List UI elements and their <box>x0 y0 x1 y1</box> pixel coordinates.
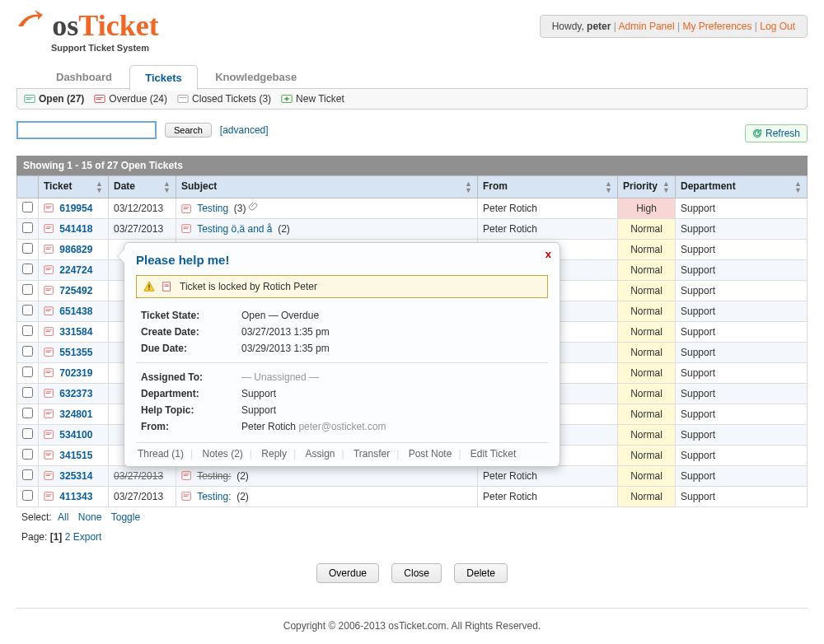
ticket-department: Support <box>676 260 808 281</box>
search-input[interactable] <box>16 121 157 139</box>
ticket-from: Peter Rotich <box>478 219 618 240</box>
row-checkbox[interactable] <box>22 243 33 254</box>
col-ticket[interactable]: Ticket▲▼ <box>39 176 109 198</box>
col-subject[interactable]: Subject▲▼ <box>176 176 478 198</box>
user-bar: Howdy, peter | Admin Panel | My Preferen… <box>540 15 808 38</box>
ticket-priority: High <box>618 198 676 219</box>
select-toggle-link[interactable]: Toggle <box>111 511 140 523</box>
row-checkbox[interactable] <box>22 305 33 315</box>
ticket-id-link[interactable]: 986829 <box>59 244 92 255</box>
svg-rect-23 <box>46 250 50 250</box>
select-all-link[interactable]: All <box>58 511 68 523</box>
tab-dashboard[interactable]: Dashboard <box>41 65 127 89</box>
ticket-row-icon <box>44 470 55 482</box>
ticket-id-link[interactable]: 325314 <box>59 470 92 482</box>
ticket-id-link[interactable]: 341515 <box>59 450 92 461</box>
row-checkbox[interactable] <box>22 428 33 439</box>
my-preferences-link[interactable]: My Preferences <box>682 21 751 32</box>
popup-notes-link[interactable]: Notes (2) <box>203 448 243 460</box>
ticket-id-link[interactable]: 619954 <box>59 203 92 214</box>
row-checkbox[interactable] <box>22 408 33 418</box>
popup-dept-value: Support <box>238 386 546 401</box>
popup-due-value: 03/29/2013 1:35 pm <box>238 341 546 356</box>
export-link[interactable]: Export <box>73 531 102 543</box>
svg-rect-31 <box>46 310 52 310</box>
search-button[interactable]: Search <box>165 123 212 138</box>
ticket-subject-link[interactable]: Testing <box>197 203 228 214</box>
tab-tickets[interactable]: Tickets <box>129 65 198 91</box>
ticket-id-link[interactable]: 725492 <box>59 285 92 296</box>
col-department[interactable]: Department▲▼ <box>676 176 808 198</box>
popup-thread-link[interactable]: Thread (1) <box>138 448 184 460</box>
svg-rect-28 <box>46 289 52 290</box>
popup-due-label: Due Date: <box>138 341 236 356</box>
popup-close-button[interactable]: x <box>545 248 551 260</box>
ticket-id-link[interactable]: 324801 <box>59 408 92 420</box>
ticket-id-link[interactable]: 331584 <box>59 326 92 338</box>
lock-doc-icon <box>162 281 173 292</box>
ticket-id-link[interactable]: 411343 <box>59 491 92 502</box>
tab-knowledgebase[interactable]: Knowledgebase <box>200 65 311 89</box>
popup-edit-link[interactable]: Edit Ticket <box>471 448 516 460</box>
svg-rect-13 <box>184 207 190 208</box>
svg-rect-55 <box>46 474 52 475</box>
subnav-closed[interactable]: Closed Tickets (3) <box>177 93 271 105</box>
logo[interactable]: osTicket Support Ticket System <box>16 8 159 53</box>
delete-button[interactable]: Delete <box>454 563 508 583</box>
svg-rect-62 <box>46 497 50 497</box>
popup-postnote-link[interactable]: Post Note <box>409 448 452 460</box>
ticket-id-link[interactable]: 541418 <box>59 223 92 235</box>
page-2-link[interactable]: 2 <box>65 531 71 543</box>
row-checkbox[interactable] <box>22 469 33 480</box>
ticket-subject-link[interactable]: Testing ö,ä and å <box>197 223 272 235</box>
row-checkbox[interactable] <box>22 490 33 501</box>
ticket-department: Support <box>676 446 808 466</box>
ticket-row-icon <box>44 203 55 214</box>
svg-rect-61 <box>46 495 52 496</box>
ticket-row-icon <box>44 429 55 441</box>
ticket-row-icon <box>44 408 55 420</box>
ticket-subject-link[interactable]: Testing: <box>197 470 231 482</box>
row-checkbox[interactable] <box>22 284 33 295</box>
ticket-subject-link[interactable]: Testing: <box>197 491 231 502</box>
col-priority[interactable]: Priority▲▼ <box>618 176 676 198</box>
row-checkbox[interactable] <box>22 387 33 398</box>
row-checkbox[interactable] <box>22 202 33 212</box>
ticket-id-link[interactable]: 632373 <box>59 388 92 399</box>
ticket-id-link[interactable]: 702319 <box>59 367 92 379</box>
ticket-id-link[interactable]: 651438 <box>59 306 92 317</box>
svg-rect-6 <box>178 96 188 103</box>
popup-assign-link[interactable]: Assign <box>305 448 335 460</box>
logout-link[interactable]: Log Out <box>760 21 795 32</box>
subnav-overdue[interactable]: Overdue (24) <box>94 93 167 105</box>
refresh-icon <box>752 128 762 138</box>
col-date[interactable]: Date▲▼ <box>109 176 176 198</box>
close-button[interactable]: Close <box>391 563 442 583</box>
popup-transfer-link[interactable]: Transfer <box>353 448 390 460</box>
row-checkbox[interactable] <box>22 222 33 233</box>
subnav-new-ticket[interactable]: New Ticket <box>281 93 344 105</box>
ticket-date: 03/27/2013 <box>109 466 176 487</box>
col-from[interactable]: From▲▼ <box>478 176 618 198</box>
svg-rect-47 <box>46 414 50 415</box>
overdue-button[interactable]: Overdue <box>316 563 379 583</box>
ticket-id-link[interactable]: 534100 <box>59 429 92 441</box>
row-checkbox[interactable] <box>22 325 33 336</box>
svg-rect-50 <box>46 435 50 436</box>
row-checkbox[interactable] <box>22 264 33 274</box>
refresh-button[interactable]: Refresh <box>745 124 808 142</box>
table-row: 61995403/12/2013 Testing (3) Peter Rotic… <box>17 198 808 219</box>
popup-meta-table: Ticket State:Open — Overdue Create Date:… <box>136 306 548 357</box>
ticket-id-link[interactable]: 551355 <box>59 347 92 358</box>
admin-panel-link[interactable]: Admin Panel <box>619 21 675 32</box>
row-checkbox[interactable] <box>22 366 33 377</box>
popup-reply-link[interactable]: Reply <box>261 448 287 460</box>
ticket-id-link[interactable]: 224724 <box>59 264 92 276</box>
advanced-search-link[interactable]: [advanced] <box>220 124 269 136</box>
select-none-link[interactable]: None <box>78 511 102 523</box>
ticket-priority: Normal <box>618 446 676 466</box>
row-checkbox[interactable] <box>22 346 33 357</box>
row-checkbox[interactable] <box>22 449 33 460</box>
ticket-row-icon <box>181 223 193 235</box>
subnav-open[interactable]: Open (27) <box>24 93 84 105</box>
